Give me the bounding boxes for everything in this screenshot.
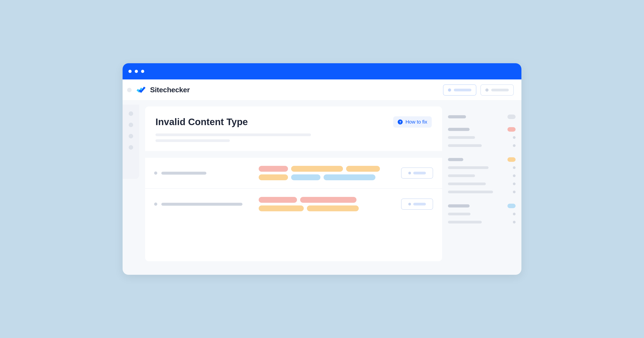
help-icon: ? bbox=[398, 120, 403, 125]
sidebar-item[interactable] bbox=[129, 134, 133, 138]
main-body: Invalid Content Type ? How to fix bbox=[122, 101, 522, 275]
row-action-button[interactable] bbox=[401, 168, 433, 179]
placeholder-bar bbox=[491, 89, 509, 91]
panel-group bbox=[448, 115, 516, 148]
sidebar-item[interactable] bbox=[129, 145, 133, 150]
traffic-light-minimize[interactable] bbox=[135, 70, 138, 73]
content-card: Invalid Content Type ? How to fix bbox=[145, 106, 442, 261]
brand-logo-icon bbox=[136, 86, 146, 95]
how-to-fix-button[interactable]: ? How to fix bbox=[393, 116, 432, 128]
row-action-button[interactable] bbox=[401, 198, 433, 210]
brand-name: Sitechecker bbox=[150, 86, 190, 94]
issue-name bbox=[154, 202, 251, 206]
filter-strip bbox=[145, 151, 442, 158]
placeholder-dot bbox=[485, 88, 488, 92]
sidebar-item[interactable] bbox=[129, 123, 133, 127]
panel-group bbox=[448, 204, 516, 224]
description-placeholder bbox=[156, 134, 432, 142]
issue-tags bbox=[259, 197, 389, 211]
issue-name bbox=[154, 171, 251, 175]
toolbar-primary-button[interactable] bbox=[443, 84, 476, 96]
sidebar-nav bbox=[122, 105, 139, 179]
page-title: Invalid Content Type bbox=[156, 117, 248, 127]
how-to-fix-label: How to fix bbox=[405, 119, 427, 125]
toolbar-secondary-button[interactable] bbox=[480, 84, 514, 96]
traffic-light-zoom[interactable] bbox=[141, 70, 144, 73]
issue-row bbox=[145, 189, 442, 219]
issue-tags bbox=[259, 166, 389, 180]
right-panel bbox=[448, 106, 516, 275]
app-window: Sitechecker Invalid Content Type bbox=[122, 63, 522, 275]
placeholder-dot bbox=[448, 88, 451, 92]
panel-group bbox=[448, 157, 516, 194]
top-toolbar: Sitechecker bbox=[122, 79, 522, 101]
main-area: Invalid Content Type ? How to fix bbox=[139, 101, 522, 275]
card-header: Invalid Content Type ? How to fix bbox=[145, 106, 442, 151]
placeholder-bar bbox=[454, 89, 472, 91]
issue-row bbox=[145, 158, 442, 189]
traffic-light-close[interactable] bbox=[128, 70, 132, 73]
sidebar-item[interactable] bbox=[129, 111, 133, 116]
menu-toggle-icon[interactable] bbox=[127, 88, 132, 92]
window-titlebar bbox=[122, 63, 522, 79]
